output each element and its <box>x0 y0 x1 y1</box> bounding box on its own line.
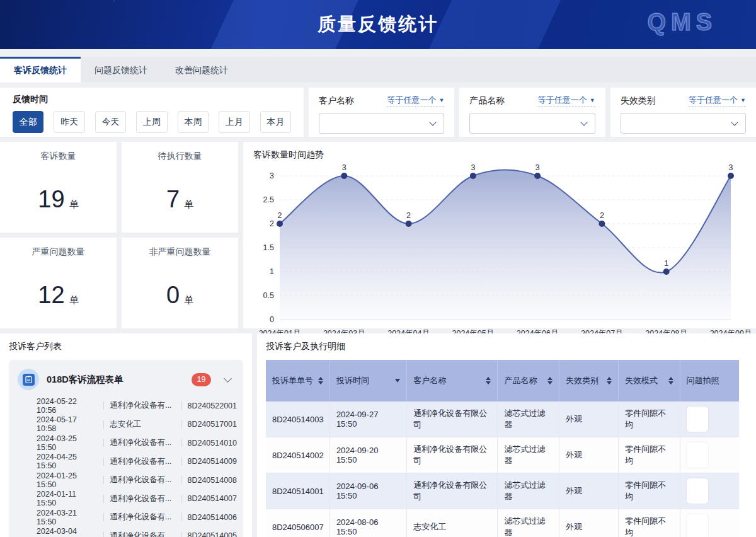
list-item[interactable]: 2024-01-11 15:50通利净化设备有...8D240514007 <box>37 490 237 509</box>
stat-value-wrap: 12单 <box>0 282 117 309</box>
item-code: 8D240517001 <box>187 420 237 429</box>
item-customer: 通利净化设备有... <box>110 475 175 485</box>
column-header-time[interactable]: 投诉时间 <box>329 360 406 401</box>
svg-text:3: 3 <box>270 171 274 180</box>
column-label: 失效模式 <box>625 375 658 386</box>
time-button-全部[interactable]: 全部 <box>13 111 43 133</box>
stat-unit: 单 <box>69 294 79 305</box>
item-code: 8D240514006 <box>187 513 237 522</box>
cell-mode: 零件间隙不均 <box>618 437 680 473</box>
list-item[interactable]: 2024-03-21 15:50通利净化设备有...8D240514006 <box>37 508 237 527</box>
stat-value: 7 <box>166 186 180 212</box>
time-button-本周[interactable]: 本周 <box>178 111 209 133</box>
feedback-time-panel: 反馈时间 全部昨天今天上周本周上月本月 <box>0 88 304 137</box>
column-label: 投诉单单号 <box>272 375 313 386</box>
complaint-group-name: 018D客诉流程表单 <box>47 374 184 386</box>
trend-chart-title: 客诉数量时间趋势 <box>253 149 746 161</box>
stat-label: 客诉数量 <box>0 151 117 162</box>
cell-order_no: 8D240514001 <box>266 473 329 509</box>
cell-product: 滤芯式过滤器 <box>498 509 559 537</box>
divider <box>103 401 104 410</box>
column-header-customer[interactable]: 客户名称 <box>407 360 498 401</box>
time-button-上月[interactable]: 上月 <box>219 111 249 133</box>
feedback-time-label: 反馈时间 <box>13 94 291 105</box>
cell-customer: 通利净化设备有限公司 <box>407 401 498 437</box>
svg-text:2: 2 <box>270 219 274 228</box>
page-title: 质量反馈统计 <box>318 12 438 37</box>
svg-text:3: 3 <box>342 163 346 172</box>
chevron-down-icon[interactable] <box>224 374 232 383</box>
item-code: 8D240514007 <box>187 494 237 503</box>
svg-text:2: 2 <box>600 211 604 220</box>
failure-category-operator-link[interactable]: 等于任意一个▼ <box>689 95 746 107</box>
sort-icon <box>547 377 553 385</box>
svg-text:2.5: 2.5 <box>263 195 274 204</box>
divider <box>181 532 182 537</box>
customer-select[interactable] <box>319 113 444 134</box>
list-item[interactable]: 2024-03-04 15:50通利净化设备有...8D240514005 <box>37 527 237 537</box>
item-customer: 通利净化设备有... <box>110 531 175 537</box>
photo-thumbnail[interactable] <box>687 478 708 504</box>
stat-value: 0 <box>166 282 180 308</box>
cell-order_no: 8D240514002 <box>266 437 329 473</box>
column-header-mode[interactable]: 失效模式 <box>618 360 680 401</box>
list-item[interactable]: 2024-03-25 15:50通利净化设备有...8D240514010 <box>37 434 237 453</box>
divider <box>181 401 182 410</box>
svg-text:3: 3 <box>536 163 540 172</box>
tab-2[interactable]: 问题反馈统计 <box>81 57 161 83</box>
customer-filter-panel: 客户名称 等于任意一个▼ <box>309 88 454 137</box>
cell-photo <box>680 437 739 473</box>
tab-1[interactable]: 客诉反馈统计 <box>0 57 81 83</box>
time-button-group: 全部昨天今天上周本周上月本月 <box>13 111 291 133</box>
table-row[interactable]: 8D2405140032024-09-27 15:50通利净化设备有限公司滤芯式… <box>266 401 739 437</box>
item-time: 2024-05-17 10:58 <box>37 415 98 433</box>
table-row[interactable]: 8D2405060072024-08-06 15:50志安化工滤芯式过滤器外观零… <box>266 509 739 537</box>
time-button-昨天[interactable]: 昨天 <box>54 111 84 133</box>
time-button-上周[interactable]: 上周 <box>136 111 167 133</box>
item-time: 2024-01-25 15:50 <box>37 471 98 489</box>
qms-logo: QMS <box>647 9 717 36</box>
divider <box>181 458 182 466</box>
column-header-order_no[interactable]: 投诉单单号 <box>266 360 329 401</box>
count-badge: 19 <box>192 373 211 386</box>
cell-product: 滤芯式过滤器 <box>498 473 559 509</box>
divider <box>181 420 182 429</box>
failure-category-select[interactable] <box>621 113 746 134</box>
customer-operator-link[interactable]: 等于任意一个▼ <box>387 95 444 107</box>
column-header-category[interactable]: 失效类别 <box>559 360 619 401</box>
product-select[interactable] <box>469 113 595 134</box>
column-label: 问题拍照 <box>687 375 719 386</box>
list-item[interactable]: 2024-05-22 10:56通利净化设备有...8D240522001 <box>37 396 237 415</box>
cell-category: 外观 <box>559 473 619 509</box>
chevron-down-icon <box>731 118 738 125</box>
tab-3[interactable]: 改善问题统计 <box>161 57 242 83</box>
item-code: 8D240514009 <box>187 457 237 466</box>
svg-text:2: 2 <box>406 211 411 220</box>
item-customer: 通利净化设备有... <box>110 512 175 523</box>
table-row[interactable]: 8D2405140022024-09-20 15:50通利净化设备有限公司滤芯式… <box>266 437 739 473</box>
list-item[interactable]: 2024-04-25 15:50通利净化设备有...8D240514009 <box>37 453 237 471</box>
stat-value: 19 <box>38 186 64 212</box>
photo-thumbnail[interactable] <box>687 514 708 537</box>
column-header-photo: 问题拍照 <box>680 360 739 401</box>
stat-card-4: 非严重问题数量0单 <box>122 238 238 328</box>
cell-customer: 通利净化设备有限公司 <box>407 437 498 473</box>
table-row[interactable]: 8D2405140012024-09-06 15:50通利净化设备有限公司滤芯式… <box>266 473 739 509</box>
item-time: 2024-01-11 15:50 <box>37 490 98 507</box>
item-customer: 通利净化设备有... <box>110 400 175 411</box>
time-button-今天[interactable]: 今天 <box>95 111 126 133</box>
clipboard-icon <box>18 369 39 390</box>
cell-product: 滤芯式过滤器 <box>498 401 559 437</box>
item-code: 8D240514008 <box>187 476 237 485</box>
product-operator-link[interactable]: 等于任意一个▼ <box>538 95 595 107</box>
caret-down-icon: ▼ <box>438 97 444 103</box>
time-button-本月[interactable]: 本月 <box>260 111 291 133</box>
column-header-product[interactable]: 产品名称 <box>498 360 559 401</box>
list-item[interactable]: 2024-05-17 10:58志安化工8D240517001 <box>37 415 237 434</box>
cell-customer: 通利净化设备有限公司 <box>407 473 498 509</box>
complaint-group-header[interactable]: 018D客诉流程表单 19 <box>15 365 237 396</box>
stat-value: 12 <box>38 282 64 308</box>
photo-thumbnail[interactable] <box>687 442 708 468</box>
list-item[interactable]: 2024-01-25 15:50通利净化设备有...8D240514008 <box>37 471 237 490</box>
photo-thumbnail[interactable] <box>687 407 708 432</box>
